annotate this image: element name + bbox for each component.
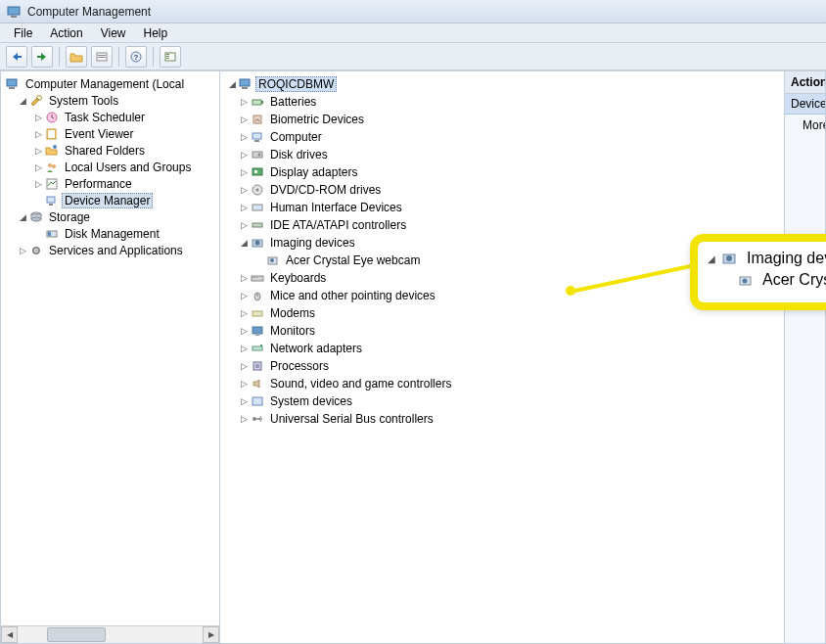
device-category[interactable]: ▷Network adapters — [224, 340, 780, 357]
svg-point-21 — [52, 164, 56, 168]
device-category[interactable]: ▷Monitors — [224, 322, 780, 340]
tree-item-local-users[interactable]: ▷ Local Users and Groups — [3, 159, 217, 175]
tree-item-device-manager[interactable]: Device Manager — [3, 192, 217, 208]
expand-icon[interactable]: ▷ — [238, 167, 250, 177]
scroll-track[interactable] — [18, 626, 203, 643]
device-category-icon — [250, 305, 265, 321]
device-category[interactable]: ▷System devices — [224, 392, 780, 410]
menu-action[interactable]: Action — [42, 25, 90, 41]
tree-label: Device Manager — [62, 193, 153, 208]
expand-icon[interactable]: ▷ — [17, 246, 28, 255]
back-button[interactable] — [6, 46, 27, 68]
svg-rect-61 — [260, 345, 262, 346]
console-tree[interactable]: Computer Management (Local ◢ System Tool… — [1, 71, 219, 625]
expand-icon[interactable]: ▷ — [238, 220, 250, 230]
svg-rect-54 — [256, 277, 257, 278]
menu-help[interactable]: Help — [136, 25, 176, 41]
svg-rect-2 — [17, 56, 22, 58]
expand-icon[interactable]: ▷ — [32, 146, 44, 156]
expand-icon[interactable]: ▷ — [238, 414, 250, 424]
device-category-icon — [250, 129, 265, 145]
tree-item-performance[interactable]: ▷ Performance — [3, 175, 217, 192]
device-category-label: Human Interface Devices — [267, 200, 405, 215]
device-category-label: Computer — [267, 129, 325, 145]
device-category[interactable]: ▷Batteries — [224, 93, 780, 111]
expand-icon[interactable]: ▷ — [32, 129, 44, 139]
device-category[interactable]: ▷Processors — [224, 357, 780, 375]
svg-point-44 — [256, 189, 259, 192]
webcam-icon — [737, 272, 757, 288]
tree-item-task-scheduler[interactable]: ▷ Task Scheduler — [3, 109, 217, 125]
scroll-right-button[interactable]: ▶ — [203, 626, 219, 643]
device-category[interactable]: ▷Biometric Devices — [224, 111, 780, 128]
device-category[interactable]: ▷Universal Serial Bus controllers — [224, 410, 780, 428]
expand-icon[interactable]: ▷ — [238, 273, 250, 283]
collapse-icon[interactable]: ◢ — [226, 79, 238, 89]
help-button[interactable]: ? — [125, 46, 147, 68]
horizontal-scrollbar[interactable]: ◀ ▶ — [1, 625, 219, 643]
expand-icon[interactable]: ▷ — [238, 97, 250, 107]
tree-item-root[interactable]: Computer Management (Local — [3, 75, 217, 92]
disk-icon — [44, 226, 60, 242]
expand-icon[interactable]: ▷ — [238, 361, 250, 371]
device-node-label: Acer Crystal Eye webcam — [283, 253, 423, 268]
expand-icon[interactable]: ▷ — [238, 185, 250, 195]
device-category-label: Imaging devices — [267, 235, 358, 251]
expand-icon[interactable]: ▷ — [238, 203, 250, 212]
expand-icon[interactable]: ▷ — [32, 162, 44, 172]
expand-icon[interactable]: ▷ — [238, 291, 250, 300]
expand-icon[interactable]: ▷ — [238, 308, 250, 318]
device-category-label: Sound, video and game controllers — [267, 376, 454, 391]
device-category[interactable]: ▷Human Interface Devices — [224, 199, 780, 216]
expand-icon[interactable]: ▷ — [238, 379, 250, 389]
computer-management-icon — [5, 76, 21, 92]
device-category[interactable]: ▷DVD/CD-ROM drives — [224, 181, 780, 199]
device-category-label: Monitors — [267, 323, 318, 339]
expand-icon[interactable]: ▷ — [238, 396, 250, 406]
collapse-icon[interactable]: ◢ — [17, 96, 28, 106]
svg-rect-14 — [9, 87, 15, 89]
list-button[interactable] — [160, 46, 181, 68]
actions-more[interactable]: More Actions — [785, 115, 825, 136]
svg-rect-24 — [49, 204, 53, 206]
properties-button[interactable] — [91, 46, 113, 68]
device-category[interactable]: ▷Disk drives — [224, 146, 780, 163]
device-tree-root[interactable]: ◢ ROQICDBMW — [224, 75, 780, 93]
folder-button[interactable] — [66, 46, 87, 68]
svg-point-40 — [258, 154, 261, 157]
forward-button[interactable] — [31, 46, 53, 68]
expand-icon[interactable]: ▷ — [238, 132, 250, 142]
scroll-thumb[interactable] — [47, 627, 106, 642]
tree-item-shared-folders[interactable]: ▷ Shared Folders — [3, 142, 217, 159]
device-category-label: IDE ATA/ATAPI controllers — [267, 217, 409, 233]
tree-item-storage[interactable]: ◢ Storage — [3, 208, 217, 225]
camera-icon — [721, 251, 741, 266]
collapse-icon[interactable]: ◢ — [17, 212, 28, 222]
menu-view[interactable]: View — [93, 25, 134, 41]
collapse-icon[interactable]: ◢ — [238, 238, 250, 248]
expand-icon[interactable]: ▷ — [32, 179, 44, 189]
device-category[interactable]: ▷IDE ATA/ATAPI controllers — [224, 216, 780, 234]
tree-item-disk-management[interactable]: Disk Management — [3, 225, 217, 242]
expand-icon[interactable]: ▷ — [238, 344, 250, 353]
device-root-label: ROQICDBMW — [255, 76, 337, 92]
device-category-icon — [250, 323, 265, 339]
tree-item-system-tools[interactable]: ◢ System Tools — [3, 92, 217, 109]
tree-item-services[interactable]: ▷ Services and Applications — [3, 242, 217, 258]
device-category-label: DVD/CD-ROM drives — [267, 182, 384, 198]
tree-item-event-viewer[interactable]: ▷ Event Viewer — [3, 125, 217, 142]
expand-icon[interactable]: ▷ — [238, 150, 250, 160]
device-category[interactable]: ▷Sound, video and game controllers — [224, 375, 780, 392]
expand-icon[interactable]: ▷ — [238, 326, 250, 336]
scroll-left-button[interactable]: ◀ — [1, 626, 18, 643]
svg-point-65 — [252, 417, 256, 421]
device-category-icon — [250, 341, 265, 356]
device-category[interactable]: ▷Computer — [224, 128, 780, 146]
svg-rect-53 — [254, 277, 255, 278]
device-category[interactable]: ▷Display adapters — [224, 163, 780, 181]
expand-icon[interactable]: ▷ — [238, 115, 250, 124]
expand-icon[interactable]: ▷ — [32, 113, 44, 122]
svg-rect-10 — [166, 54, 169, 55]
menu-file[interactable]: File — [6, 25, 40, 41]
svg-rect-60 — [252, 346, 262, 350]
